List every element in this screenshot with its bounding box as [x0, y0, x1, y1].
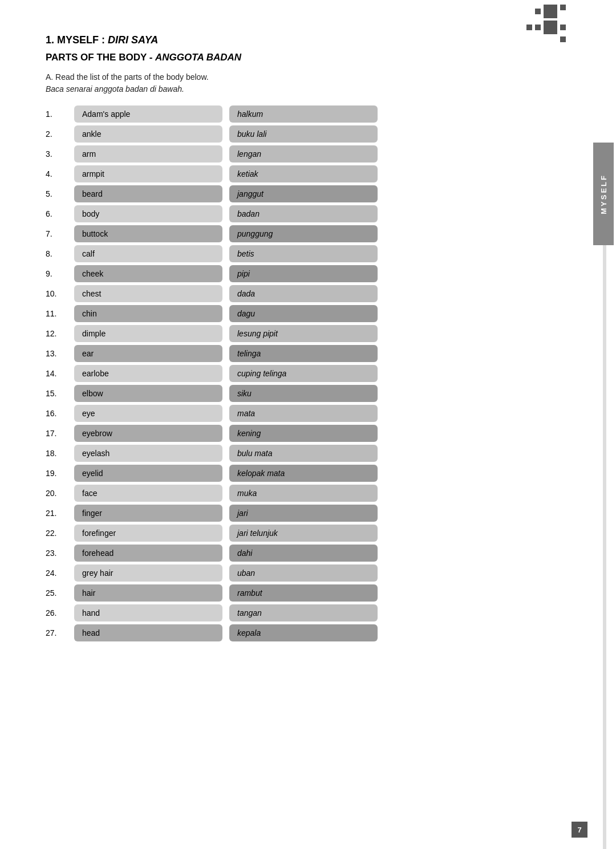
- vocab-english: eyebrow: [74, 425, 222, 442]
- vocab-row: 18.eyelashbulu mata: [46, 445, 548, 462]
- vocab-row: 2.anklebuku lali: [46, 125, 548, 143]
- vocab-english: arm: [74, 145, 222, 163]
- vocab-num: 12.: [46, 329, 74, 338]
- vocab-english: earlobe: [74, 365, 222, 382]
- vocab-row: 23.foreheaddahi: [46, 545, 548, 562]
- vocab-row: 19.eyelidkelopak mata: [46, 465, 548, 482]
- vocab-row: 16.eyemata: [46, 405, 548, 422]
- vocab-num: 22.: [46, 529, 74, 538]
- deco-sq-2: [544, 5, 557, 18]
- vocab-num: 15.: [46, 389, 74, 398]
- vocab-english: eyelid: [74, 465, 222, 482]
- vocab-english: ear: [74, 345, 222, 362]
- vocab-num: 3.: [46, 149, 74, 159]
- vocab-english: calf: [74, 245, 222, 262]
- vocab-english: beard: [74, 185, 222, 202]
- sidebar-label: MYSELF: [599, 174, 608, 214]
- deco-sq-7: [560, 25, 566, 30]
- vocab-row: 27.headkepala: [46, 624, 548, 641]
- vocab-row: 15.elbowsiku: [46, 385, 548, 402]
- vocab-row: 4.armpitketiak: [46, 165, 548, 182]
- vocab-malay: dagu: [229, 305, 378, 322]
- vocab-malay: halkum: [229, 105, 378, 123]
- deco-sq-5: [535, 25, 541, 30]
- vocab-row: 7.buttockpunggung: [46, 225, 548, 242]
- vocab-english: head: [74, 624, 222, 641]
- vocab-row: 25.hairrambut: [46, 584, 548, 602]
- deco-sq-8: [560, 36, 566, 42]
- vocab-row: 20.facemuka: [46, 485, 548, 502]
- vocab-malay: tangan: [229, 604, 378, 621]
- vocab-english: eye: [74, 405, 222, 422]
- vocab-num: 21.: [46, 509, 74, 518]
- vocab-malay: buku lali: [229, 125, 378, 143]
- vocab-malay: pipi: [229, 265, 378, 282]
- vocab-english: face: [74, 485, 222, 502]
- sidebar-tab: MYSELF: [593, 143, 614, 245]
- vocab-malay: jari telunjuk: [229, 525, 378, 542]
- vocab-num: 19.: [46, 469, 74, 478]
- vocab-malay: lesung pipit: [229, 325, 378, 342]
- vocab-num: 20.: [46, 489, 74, 498]
- vocab-num: 16.: [46, 409, 74, 418]
- vocab-malay: cuping telinga: [229, 365, 378, 382]
- vocab-english: dimple: [74, 325, 222, 342]
- vocab-num: 8.: [46, 249, 74, 258]
- vocab-english: body: [74, 205, 222, 222]
- vocab-row: 6.bodybadan: [46, 205, 548, 222]
- vocab-row: 13.eartelinga: [46, 345, 548, 362]
- vocab-english: chin: [74, 305, 222, 322]
- vocab-english: chest: [74, 285, 222, 302]
- vocab-row: 21.fingerjari: [46, 505, 548, 522]
- vocab-row: 22.forefingerjari telunjuk: [46, 525, 548, 542]
- vocab-english: armpit: [74, 165, 222, 182]
- vocab-english: eyelash: [74, 445, 222, 462]
- page-number: 7: [572, 822, 587, 838]
- vocab-malay: lengan: [229, 145, 378, 163]
- vocab-num: 18.: [46, 449, 74, 458]
- vocab-english: hair: [74, 584, 222, 602]
- section-title: 1. MYSELF : DIRI SAYA: [46, 34, 548, 46]
- vocab-num: 9.: [46, 269, 74, 278]
- vocab-num: 10.: [46, 289, 74, 298]
- vocab-malay: kepala: [229, 624, 378, 641]
- vocab-num: 14.: [46, 369, 74, 378]
- vocab-malay: kelopak mata: [229, 465, 378, 482]
- vocab-row: 1.Adam's applehalkum: [46, 105, 548, 123]
- vocab-malay: siku: [229, 385, 378, 402]
- deco-sq-1: [535, 9, 541, 14]
- vocab-malay: jari: [229, 505, 378, 522]
- vocab-english: forehead: [74, 545, 222, 562]
- vocab-row: 3.armlengan: [46, 145, 548, 163]
- vocab-num: 2.: [46, 129, 74, 139]
- vocab-malay: muka: [229, 485, 378, 502]
- vocab-row: 12.dimplelesung pipit: [46, 325, 548, 342]
- main-content: 1. MYSELF : DIRI SAYA PARTS OF THE BODY …: [0, 0, 593, 849]
- vocab-num: 7.: [46, 229, 74, 238]
- vocabulary-list: 1.Adam's applehalkum2.anklebuku lali3.ar…: [46, 105, 548, 641]
- vocab-num: 27.: [46, 628, 74, 637]
- vocab-row: 26.handtangan: [46, 604, 548, 621]
- vocab-malay: rambut: [229, 584, 378, 602]
- vocab-english: forefinger: [74, 525, 222, 542]
- page-container: 1. MYSELF : DIRI SAYA PARTS OF THE BODY …: [0, 0, 616, 849]
- vocab-num: 17.: [46, 429, 74, 438]
- vocab-row: 5.beardjanggut: [46, 185, 548, 202]
- vocab-num: 26.: [46, 608, 74, 618]
- vocab-english: grey hair: [74, 564, 222, 582]
- vocab-malay: betis: [229, 245, 378, 262]
- instruction: A. Read the list of the parts of the bod…: [46, 71, 548, 95]
- vocab-row: 8.calfbetis: [46, 245, 548, 262]
- vocab-num: 24.: [46, 568, 74, 578]
- vocab-english: elbow: [74, 385, 222, 402]
- vocab-malay: kening: [229, 425, 378, 442]
- vocab-malay: dahi: [229, 545, 378, 562]
- vocab-num: 6.: [46, 209, 74, 218]
- vocab-row: 9.cheekpipi: [46, 265, 548, 282]
- vocab-row: 14.earlobecuping telinga: [46, 365, 548, 382]
- vocab-malay: dada: [229, 285, 378, 302]
- vocab-num: 23.: [46, 549, 74, 558]
- vocab-row: 10.chestdada: [46, 285, 548, 302]
- vocab-row: 17.eyebrowkening: [46, 425, 548, 442]
- vocab-malay: telinga: [229, 345, 378, 362]
